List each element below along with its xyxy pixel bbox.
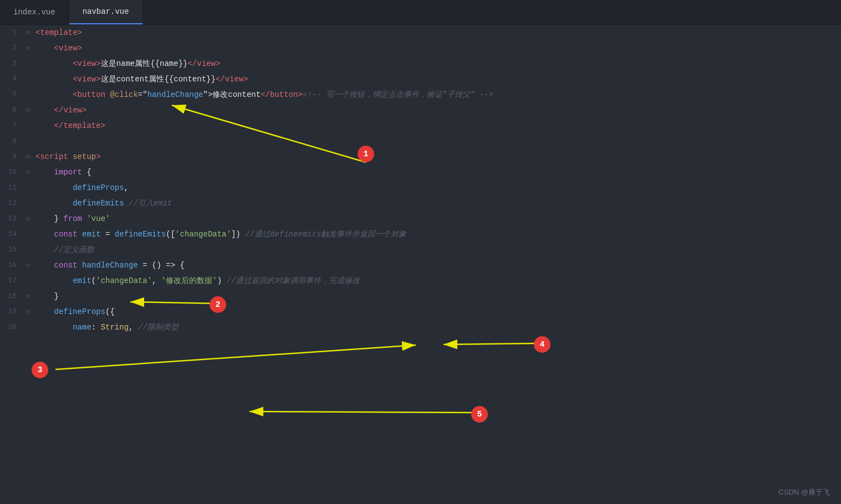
code-line-15: 15 //定义函数 <box>0 242 841 258</box>
badge-1: 1 <box>358 146 374 162</box>
code-line-11: 11 defineProps, <box>0 180 841 196</box>
fold-icon-18[interactable]: ⊟ <box>23 289 33 304</box>
code-line-13: 13 ⊟ } from 'vue' <box>0 211 841 227</box>
code-line-14: 14 const emit = defineEmits(['changeData… <box>0 227 841 242</box>
tab-bar: index.vue navbar.vue <box>0 0 841 25</box>
tab-navbar-vue[interactable]: navbar.vue <box>69 0 143 24</box>
svg-line-5 <box>249 412 474 413</box>
code-line-10: 10 ⊟ import { <box>0 164 841 180</box>
code-line-7: 7 </template> <box>0 118 841 133</box>
code-line-3: 3 <view>这是name属性{{name}}</view> <box>0 56 841 71</box>
code-line-19: 19 ⊟ defineProps({ <box>0 304 841 320</box>
badge-4: 4 <box>534 336 551 353</box>
svg-line-3 <box>444 343 535 344</box>
code-line-4: 4 <view>这是content属性{{content}}</view> <box>0 71 841 87</box>
code-line-20: 20 name: String, //限制类型 <box>0 320 841 335</box>
fold-icon-9[interactable]: ⊟ <box>23 149 33 164</box>
code-line-18: 18 ⊟ } <box>0 289 841 304</box>
fold-icon-1[interactable]: ⊟ <box>23 25 33 40</box>
code-line-9: 9 ⊟ <script setup> <box>0 149 841 164</box>
code-line-2: 2 ⊟ <view> <box>0 40 841 56</box>
watermark: CSDN @雁于飞 <box>778 487 830 497</box>
fold-icon-16[interactable]: ⊟ <box>23 258 33 273</box>
code-line-17: 17 emit('changeData', '修改后的数据') //通过返回的对… <box>0 273 841 289</box>
code-line-16: 16 ⊟ const handleChange = () => { <box>0 258 841 273</box>
badge-3: 3 <box>32 362 48 378</box>
badge-5: 5 <box>471 406 488 423</box>
fold-icon-10[interactable]: ⊟ <box>23 164 33 180</box>
svg-line-4 <box>55 345 416 369</box>
badge-2: 2 <box>210 296 226 313</box>
code-area: 1 ⊟ <template> 2 ⊟ <view> 3 <view>这是name… <box>0 25 841 504</box>
code-line-12: 12 defineEmits //引入emit <box>0 196 841 211</box>
fold-icon-6[interactable]: ⊟ <box>23 102 33 118</box>
code-line-5: 5 <button @click="handleChange">修改conten… <box>0 87 841 102</box>
code-line-1: 1 ⊟ <template> <box>0 25 841 40</box>
tab-index-vue[interactable]: index.vue <box>0 0 69 24</box>
fold-icon-13[interactable]: ⊟ <box>23 211 33 227</box>
fold-icon-2[interactable]: ⊟ <box>23 40 33 56</box>
code-line-8: 8 <box>0 133 841 149</box>
fold-icon-19[interactable]: ⊟ <box>23 304 33 320</box>
code-line-6: 6 ⊟ </view> <box>0 102 841 118</box>
